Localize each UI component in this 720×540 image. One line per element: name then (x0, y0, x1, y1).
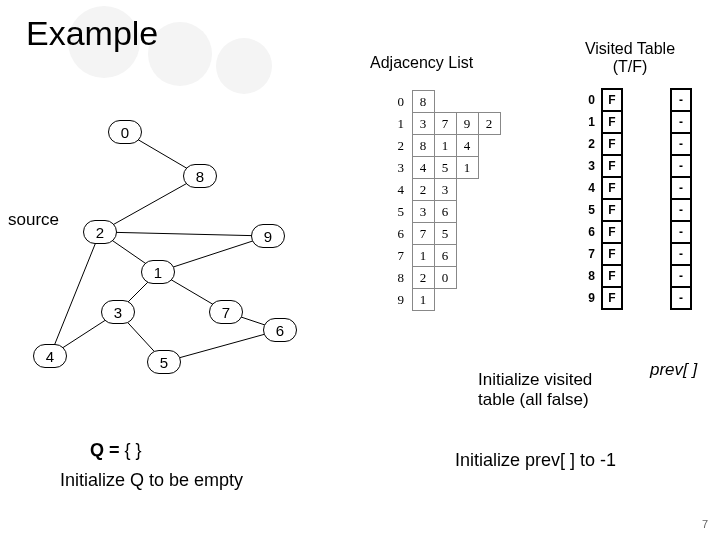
adj-row: 13792 (390, 113, 500, 135)
adjacency-list: 08 13792 2814 3451 423 536 675 716 820 9… (390, 90, 501, 311)
page-title: Example (26, 14, 158, 53)
graph-node-5: 5 (147, 350, 181, 374)
adjacency-header: Adjacency List (370, 54, 473, 72)
table-row: 7F (582, 243, 622, 265)
table-row: - (671, 89, 691, 111)
table-row: 6F (582, 221, 622, 243)
table-row: 9F (582, 287, 622, 309)
page-number: 7 (702, 518, 708, 530)
adj-row: 3451 (390, 157, 500, 179)
adj-row: 536 (390, 201, 500, 223)
visited-header-l1: Visited Table (575, 40, 685, 58)
graph-node-8: 8 (183, 164, 217, 188)
table-row: - (671, 221, 691, 243)
adj-row: 08 (390, 91, 500, 113)
graph-node-6: 6 (263, 318, 297, 342)
prev-table: - - - - - - - - - - (670, 88, 692, 310)
svg-line-10 (164, 330, 280, 362)
table-row: 5F (582, 199, 622, 221)
graph-node-9: 9 (251, 224, 285, 248)
q-equation: Q = { } (90, 440, 142, 461)
table-row: - (671, 243, 691, 265)
visited-header-l2: (T/F) (575, 58, 685, 76)
table-row: 4F (582, 177, 622, 199)
svg-line-2 (50, 232, 100, 356)
init-prev: Initialize prev[ ] to -1 (455, 450, 616, 471)
adj-row: 423 (390, 179, 500, 201)
init-q: Initialize Q to be empty (60, 470, 243, 491)
adj-row: 91 (390, 289, 500, 311)
table-row: 8F (582, 265, 622, 287)
table-row: 3F (582, 155, 622, 177)
table-row: 2F (582, 133, 622, 155)
table-row: - (671, 177, 691, 199)
graph-node-3: 3 (101, 300, 135, 324)
table-row: 0F (582, 89, 622, 111)
graph-node-2: 2 (83, 220, 117, 244)
graph-node-4: 4 (33, 344, 67, 368)
init-visited-l2: table (all false) (478, 390, 589, 410)
table-row: - (671, 265, 691, 287)
svg-line-4 (100, 232, 268, 236)
adj-row: 820 (390, 267, 500, 289)
table-row: - (671, 133, 691, 155)
prev-label: prev[ ] (650, 360, 697, 380)
adj-row: 675 (390, 223, 500, 245)
init-visited-l1: Initialize visited (478, 370, 592, 390)
table-row: 1F (582, 111, 622, 133)
table-row: - (671, 287, 691, 309)
graph-node-7: 7 (209, 300, 243, 324)
adj-row: 2814 (390, 135, 500, 157)
visited-table: 0F 1F 2F 3F 4F 5F 6F 7F 8F 9F (582, 88, 623, 310)
graph-node-0: 0 (108, 120, 142, 144)
graph-node-1: 1 (141, 260, 175, 284)
table-row: - (671, 155, 691, 177)
table-row: - (671, 199, 691, 221)
table-row: - (671, 111, 691, 133)
svg-line-1 (100, 176, 200, 232)
graph-diagram: 0 8 2 9 1 3 7 4 5 6 (10, 100, 330, 380)
adj-row: 716 (390, 245, 500, 267)
